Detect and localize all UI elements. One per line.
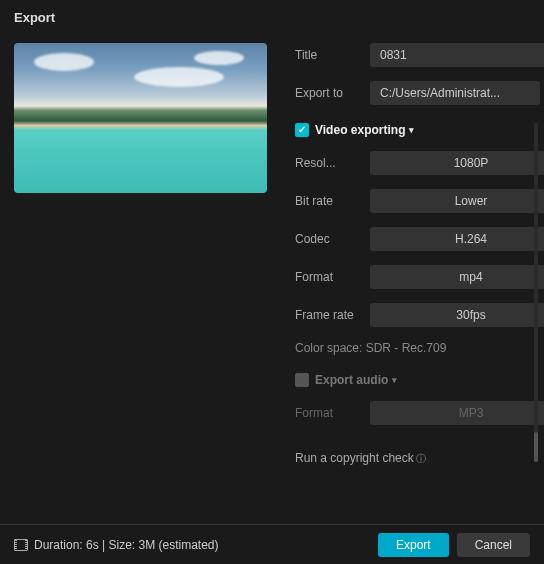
fps-select[interactable]: 30fps ⌄ <box>370 303 544 327</box>
audio-format-label: Format <box>295 406 370 420</box>
codec-select[interactable]: H.264 ⌄ <box>370 227 544 251</box>
fps-value: 30fps <box>456 308 485 322</box>
export-to-label: Export to <box>295 86 370 100</box>
footer-status: Duration: 6s | Size: 3M (estimated) <box>34 538 370 552</box>
export-path-input[interactable] <box>370 81 540 105</box>
chevron-down-icon: ▾ <box>409 125 414 135</box>
film-icon <box>14 539 28 551</box>
title-label: Title <box>295 48 370 62</box>
scrollbar-thumb[interactable] <box>534 432 538 462</box>
preview-thumbnail <box>14 43 267 193</box>
export-button[interactable]: Export <box>378 533 449 557</box>
video-exporting-section[interactable]: Video exporting ▾ <box>295 123 544 137</box>
codec-label: Codec <box>295 232 370 246</box>
settings-scrollbar[interactable] <box>534 122 538 462</box>
footer: Duration: 6s | Size: 3M (estimated) Expo… <box>0 524 544 564</box>
help-icon[interactable]: ⓘ <box>416 453 426 464</box>
video-exporting-checkbox[interactable] <box>295 123 309 137</box>
resolution-select[interactable]: 1080P ⌄ <box>370 151 544 175</box>
resolution-value: 1080P <box>454 156 489 170</box>
cancel-button[interactable]: Cancel <box>457 533 530 557</box>
bitrate-label: Bit rate <box>295 194 370 208</box>
color-space-info: Color space: SDR - Rec.709 <box>295 341 544 355</box>
title-input[interactable] <box>370 43 544 67</box>
export-audio-section[interactable]: Export audio ▾ <box>295 373 544 387</box>
format-label: Format <box>295 270 370 284</box>
audio-format-value: MP3 <box>459 406 484 420</box>
codec-value: H.264 <box>455 232 487 246</box>
chevron-down-icon: ▾ <box>392 375 397 385</box>
settings-panel: Title Export to Video exporting ▾ Resol.… <box>267 43 544 466</box>
video-exporting-label: Video exporting <box>315 123 405 137</box>
bitrate-value: Lower <box>455 194 488 208</box>
export-audio-label: Export audio <box>315 373 388 387</box>
audio-format-select: MP3 ⌄ <box>370 401 544 425</box>
bitrate-select[interactable]: Lower ⌄ <box>370 189 544 213</box>
format-value: mp4 <box>459 270 482 284</box>
dialog-title: Export <box>0 0 544 35</box>
format-select[interactable]: mp4 ⌄ <box>370 265 544 289</box>
fps-label: Frame rate <box>295 308 370 322</box>
copyright-check-label: Run a copyright checkⓘ <box>295 451 426 466</box>
export-audio-checkbox[interactable] <box>295 373 309 387</box>
resolution-label: Resol... <box>295 156 370 170</box>
